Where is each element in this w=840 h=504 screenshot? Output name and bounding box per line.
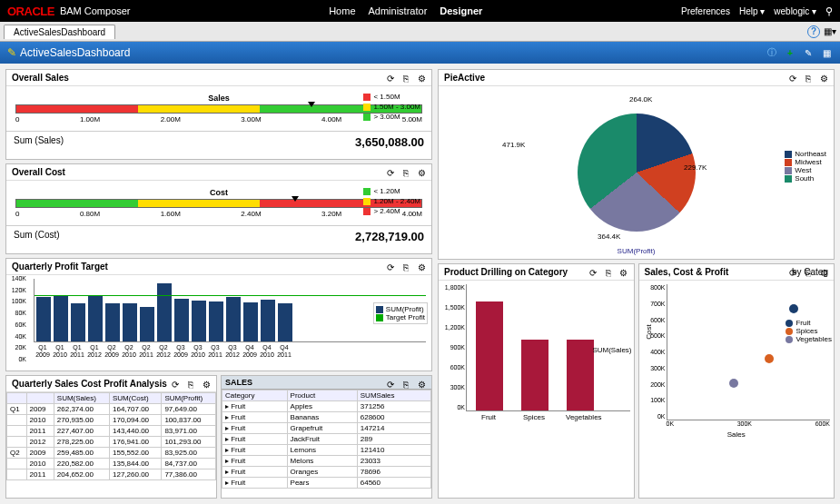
dashboard-title-bar: ✎ ActiveSalesDashboard ⓘ + ✎ ▦ (0, 42, 840, 64)
config-icon[interactable]: ⚙ (817, 72, 830, 84)
y-axis-ticks: 1,800K1,500K1,200K900K600K300K0K (440, 284, 465, 410)
dashboard-title: ActiveSalesDashboard (20, 46, 130, 59)
table-row: ▸ FruitLemons121410 (222, 445, 431, 456)
nav-home[interactable]: Home (329, 5, 355, 16)
scatter-dot-fruit (789, 304, 798, 313)
scatter-dot-vegetables (729, 379, 738, 388)
nav-designer[interactable]: Designer (440, 5, 482, 16)
sum-row: Sum (Cost) 2,728,719.00 (6, 225, 431, 247)
top-nav: Home Administrator Designer (329, 5, 482, 16)
refresh-icon[interactable]: ⟳ (384, 166, 397, 179)
gauge-ticks: 01.00M2.00M3.00M4.00M5.00M (15, 115, 422, 124)
panel-pie-active: ⟳⎘⚙ PieActive 264.0K 229.7K 364.4K 471.9… (438, 69, 835, 260)
refresh-icon[interactable]: ⟳ (384, 261, 397, 273)
table-row: 2012278,225.00176,941.00101,293.00 (7, 437, 216, 448)
config-icon[interactable]: ⚙ (415, 72, 428, 84)
copy-icon[interactable]: ⎘ (802, 266, 815, 279)
qscp-table[interactable]: SUM(Sales)SUM(Cost)SUM(Profit) Q12009262… (6, 392, 216, 480)
pie-label: 471.9K (502, 141, 525, 149)
tab-active-sales-dashboard[interactable]: ActiveSalesDashboard (4, 25, 115, 39)
nav-administrator[interactable]: Administrator (369, 5, 428, 16)
table-row: ▸ FruitJackFruit289 (222, 434, 431, 445)
pie-label: 229.7K (684, 163, 707, 172)
panel-overall-cost: ⟳⎘⚙ Overall Cost Cost 00.80M1.60M2.40M3.… (5, 163, 432, 254)
help-menu[interactable]: Help ▾ (739, 6, 765, 16)
help-icon[interactable]: ? (807, 25, 820, 38)
table-row: 2010220,582.00135,844.0084,737.00 (7, 459, 216, 469)
config-icon[interactable]: ⚙ (200, 378, 212, 390)
drill-legend: SUM(Sales) (582, 346, 631, 354)
chart-legend: SUM(Profit) Target Profit (373, 302, 428, 324)
sales-gauge (15, 104, 422, 114)
sales-table[interactable]: CategoryProductSUMSales ▸ FruitApples371… (222, 390, 431, 489)
scatter-dot-spices (765, 354, 774, 363)
pencil-icon: ✎ (7, 46, 16, 59)
pie-chart (578, 114, 696, 232)
copy-icon[interactable]: ⎘ (184, 378, 197, 390)
config-icon[interactable]: ⚙ (618, 266, 630, 279)
refresh-icon[interactable]: ⟳ (587, 266, 599, 279)
gauge-title: Cost (15, 188, 422, 197)
left-column: ⟳⎘⚙ Overall Sales Sales 01.00M2.00M3.00M… (5, 69, 432, 499)
tables-row: ⟳⎘⚙ Quarterly Sales Cost Profit Analysis… (5, 375, 432, 499)
x-axis-label: Sales (639, 430, 835, 439)
refresh-icon[interactable]: ⟳ (384, 72, 397, 84)
scatter-plot: 800K700K600K500K400K300K200K100K0K (667, 284, 831, 420)
workspace: ⟳⎘⚙ Overall Sales Sales 01.00M2.00M3.00M… (0, 64, 840, 504)
refresh-icon[interactable]: ⟳ (786, 72, 799, 84)
pie-legend: Northeast Midwest West South (785, 150, 826, 183)
copy-icon[interactable]: ⎘ (400, 261, 412, 273)
copy-icon[interactable]: ⎘ (400, 72, 412, 84)
copy-icon[interactable]: ⎘ (400, 378, 412, 390)
tab-strip: ActiveSalesDashboard ? ▦▾ (0, 22, 840, 42)
gauge-ticks: 00.80M1.60M2.40M3.20M4.00M (15, 210, 422, 218)
copy-icon[interactable]: ⎘ (802, 72, 815, 84)
edit-icon[interactable]: ✎ (802, 46, 815, 59)
user-menu[interactable]: weblogic ▾ (774, 6, 816, 16)
table-row: 2011227,407.00143,440.0083,971.00 (7, 426, 216, 437)
target-line (35, 295, 426, 296)
pie-label: 364.4K (598, 232, 620, 241)
config-icon[interactable]: ⚙ (817, 266, 830, 279)
copy-icon[interactable]: ⎘ (602, 266, 615, 279)
table-row: ▸ FruitBananas628600 (222, 412, 431, 423)
info-icon[interactable]: ⓘ (766, 46, 778, 59)
panel-header: Overall Sales (6, 70, 431, 86)
copy-icon[interactable]: ⎘ (400, 166, 412, 179)
table-row: 2011204,652.00127,260.0077,386.00 (7, 469, 216, 480)
config-icon[interactable]: ⚙ (415, 378, 428, 390)
x-axis-labels: Q1 2009Q1 2010Q1 2011Q1 2012Q2 2009Q2 20… (35, 344, 426, 359)
y-axis-ticks: 140K120K100K80K60K40K20K0K (6, 275, 26, 362)
config-icon[interactable]: ⚙ (415, 166, 428, 179)
gauge-title: Sales (15, 94, 422, 103)
refresh-icon[interactable]: ⟳ (384, 378, 397, 390)
add-icon[interactable]: + (784, 46, 796, 59)
panel-sales-table: ⟳⎘⚙ SALES CategoryProductSUMSales ▸ Frui… (221, 375, 432, 499)
gauge-legend: < 1.20M 1.20M - 2.40M > 2.40M (363, 186, 420, 216)
pie-label: 264.0K (629, 95, 652, 104)
y-axis-ticks: 800K700K600K500K400K300K200K100K0K (642, 284, 666, 420)
oracle-logo: ORACLE (7, 5, 54, 18)
bottom-row: ⟳⎘⚙ Product Drilling on Category 1,800K1… (438, 263, 835, 499)
refresh-icon[interactable]: ⟳ (169, 378, 182, 390)
table-row: ▸ FruitPears64560 (222, 478, 431, 489)
sum-sales-value: 3,650,088.00 (355, 135, 424, 149)
x-axis-ticks: 0K300K600K (667, 420, 831, 427)
panel-quarterly-profit: ⟳⎘⚙ Quarterly Profit Target 140K120K100K… (5, 258, 432, 371)
pie-subtitle: SUM(Profit) (618, 247, 656, 255)
search-icon[interactable]: ⚲ (825, 5, 833, 17)
table-row: Q22009259,485.00155,552.0083,925.00 (7, 448, 216, 459)
right-column: ⟳⎘⚙ PieActive 264.0K 229.7K 364.4K 471.9… (438, 69, 835, 499)
grid-icon[interactable]: ▦ (820, 46, 833, 59)
table-row: 2010270,935.00170,094.00100,837.00 (7, 415, 216, 426)
preferences-link[interactable]: Preferences (681, 6, 730, 16)
dropdown-icon[interactable]: ▦▾ (824, 25, 836, 38)
gauge-legend: < 1.50M 1.50M - 3.00M > 3.00M (363, 92, 420, 122)
top-bar: ORACLE BAM Composer Home Administrator D… (0, 0, 840, 22)
refresh-icon[interactable]: ⟳ (786, 266, 799, 279)
panel-product-drilling: ⟳⎘⚙ Product Drilling on Category 1,800K1… (438, 263, 635, 499)
x-axis-labels: FruitSpicesVegetables (475, 413, 634, 421)
table-row: Q12009262,374.00164,707.0097,649.00 (7, 404, 216, 415)
panel-sales-cost-profit: ⟳⎘⚙ Sales, Cost & Profitby Categ Cost 80… (638, 263, 835, 499)
config-icon[interactable]: ⚙ (415, 261, 428, 273)
